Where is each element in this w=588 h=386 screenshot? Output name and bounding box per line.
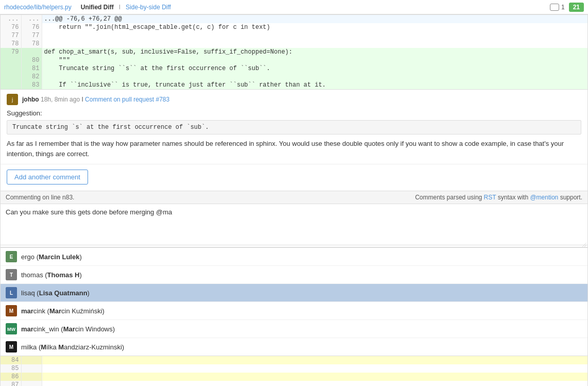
autocomplete-name-thomas: thomas (Thomas H) xyxy=(21,271,82,279)
diff-line-83: 83 If ``inclusive`` is true, truncate ju… xyxy=(1,81,587,89)
autocomplete-name-marcink: marcink (Marcin Kuźmiński) xyxy=(21,307,105,315)
bottom-diff: 84 85 86 87 88 xyxy=(0,356,588,386)
svg-text:L: L xyxy=(10,290,13,296)
autocomplete-item-marcink-win[interactable]: MW marcink_win (Marcin Windows) xyxy=(1,320,587,338)
line-num-right: 80 xyxy=(21,56,42,64)
breadcrumb-link[interactable]: rhodecode/lib/helpers.py xyxy=(4,4,72,11)
header-left: rhodecode/lib/helpers.py Unified Diff I … xyxy=(4,4,171,11)
line-num-left: ... xyxy=(1,15,21,23)
comment-textarea-wrapper: Can you make sure this gets done before … xyxy=(1,204,587,247)
line-num-right xyxy=(21,356,42,364)
line-num-left: 84 xyxy=(1,356,21,364)
diff-line-80: 80 """ xyxy=(1,56,587,64)
svg-text:T: T xyxy=(10,272,13,278)
diff-line-78: 78 78 xyxy=(1,40,587,48)
autocomplete-item-milka[interactable]: M milka (Milka Mandziarz-Kuzminski) xyxy=(1,338,587,356)
autocomplete-item-marcink[interactable]: M marcink (Marcin Kuźmiński) xyxy=(1,302,587,320)
line-num-right xyxy=(21,373,42,381)
code-line: """ xyxy=(42,56,587,64)
avatar-marcink: M xyxy=(6,305,17,316)
svg-text:E: E xyxy=(10,254,13,260)
line-num-right: ... xyxy=(21,15,42,23)
comment-meta: johbo 18h, 8min ago I Comment on pull re… xyxy=(22,96,169,103)
hunk-header-row: ... ... ...@@ -76,6 +76,27 @@ xyxy=(1,15,587,23)
line-num-left: 76 xyxy=(1,23,21,31)
line-num-left xyxy=(1,81,21,89)
autocomplete-name-milka: milka (Milka Mandziarz-Kuzminski) xyxy=(21,343,124,351)
code-line xyxy=(42,31,587,40)
avatar-thomas: T xyxy=(6,269,17,280)
bottom-line-86: 86 xyxy=(1,373,587,381)
code-line xyxy=(42,40,587,48)
line-num-right: 81 xyxy=(21,64,42,73)
hunk-header-code: ...@@ -76,6 +76,27 @@ xyxy=(42,15,587,23)
line-num-right xyxy=(21,48,42,56)
header-right: 1 21 xyxy=(550,3,584,12)
textarea-resize-handle[interactable] xyxy=(581,241,586,246)
bottom-diff-table: 84 85 86 87 88 xyxy=(1,356,587,386)
display-name-lisaq: Lisa Quatmann xyxy=(39,289,88,297)
rst-info: Comments parsed using RST syntax with @m… xyxy=(415,194,582,201)
comment-separator: I xyxy=(81,96,83,103)
autocomplete-name-lisaq: lisaq (Lisa Quatmann) xyxy=(21,289,90,297)
diff-line-77: 77 77 xyxy=(1,31,587,40)
code-line xyxy=(42,73,587,81)
line-num-left: 87 xyxy=(1,381,21,386)
line-num-right: 78 xyxy=(21,40,42,48)
comment-section: j johbo 18h, 8min ago I Comment on pull … xyxy=(0,90,588,191)
diff-line-79: 79 def chop_at_smart(s, sub, inclusive=F… xyxy=(1,48,587,56)
add-another-comment-button[interactable]: Add another comment xyxy=(7,170,88,184)
avatar-lisaq: L xyxy=(6,287,17,298)
avatar-ergo: E xyxy=(6,251,17,262)
autocomplete-name-marcink-win: marcink_win (Marcin Windows) xyxy=(21,325,115,333)
diff-line-76: 76 76 return "".join(html_escape_table.g… xyxy=(1,23,587,31)
tab-separator: I xyxy=(119,4,120,11)
svg-text:MW: MW xyxy=(7,327,15,332)
bottom-line-85: 85 xyxy=(1,364,587,373)
breadcrumb: rhodecode/lib/helpers.py xyxy=(4,4,72,11)
display-name-ergo: Marcin Lulek xyxy=(39,253,79,261)
line-num-left: 77 xyxy=(1,31,21,40)
autocomplete-dropdown: E ergo (Marcin Lulek) T thomas (Thomas H… xyxy=(0,247,588,356)
diff-container: ... ... ...@@ -76,6 +76,27 @@ 76 76 retu… xyxy=(0,14,588,90)
code-line: def chop_at_smart(s, sub, inclusive=Fals… xyxy=(42,48,587,56)
line-num-left: 78 xyxy=(1,40,21,48)
comment-pr-link[interactable]: Comment on pull request #783 xyxy=(85,96,169,103)
diff-line-82: 82 xyxy=(1,73,587,81)
comment-text: As far as I remember that is the way how… xyxy=(7,139,581,159)
suggestion-label: Suggestion: xyxy=(7,109,581,117)
avatar-milka: M xyxy=(6,341,17,353)
svg-line-0 xyxy=(582,243,586,247)
line-num-right: 77 xyxy=(21,31,42,40)
diff-tabs: Unified Diff I Side-by-side Diff xyxy=(81,4,171,11)
bottom-line-87: 87 xyxy=(1,381,587,386)
code-line: Truncate string ``s`` at the first occur… xyxy=(42,64,587,73)
autocomplete-item-ergo[interactable]: E ergo (Marcin Lulek) xyxy=(1,248,587,266)
unified-diff-tab[interactable]: Unified Diff xyxy=(81,4,114,11)
commenting-on-label: Commenting on line n83. xyxy=(6,194,74,201)
comment-input-header: Commenting on line n83. Comments parsed … xyxy=(1,191,587,204)
diff-line-81: 81 Truncate string ``s`` at the first oc… xyxy=(1,64,587,73)
bottom-line-84: 84 xyxy=(1,356,587,364)
avatar: j xyxy=(7,94,18,105)
comment-bubble-icon xyxy=(550,4,559,11)
comment-count: 1 xyxy=(550,4,565,11)
line-num-left xyxy=(1,73,21,81)
comment-header: j johbo 18h, 8min ago I Comment on pull … xyxy=(1,90,587,107)
comment-textarea[interactable]: Can you make sure this gets done before … xyxy=(1,204,587,245)
line-num-right: 82 xyxy=(21,73,42,81)
mention-link[interactable]: @mention xyxy=(530,194,558,201)
top-header: rhodecode/lib/helpers.py Unified Diff I … xyxy=(0,0,588,14)
sidebyside-diff-tab[interactable]: Side-by-side Diff xyxy=(126,4,171,11)
code-line xyxy=(42,381,587,386)
line-num-right xyxy=(21,364,42,373)
svg-text:M: M xyxy=(9,344,13,350)
code-suggestion: Truncate string `s` at the first occurre… xyxy=(7,120,581,135)
autocomplete-item-lisaq[interactable]: L lisaq (Lisa Quatmann) xyxy=(1,284,587,302)
comment-number: 1 xyxy=(561,4,565,11)
autocomplete-item-thomas[interactable]: T thomas (Thomas H) xyxy=(1,266,587,284)
rst-link[interactable]: RST xyxy=(484,194,496,201)
line-num-left: 79 xyxy=(1,48,21,56)
line-num-left: 85 xyxy=(1,364,21,373)
code-line: If ``inclusive`` is true, truncate just … xyxy=(42,81,587,89)
